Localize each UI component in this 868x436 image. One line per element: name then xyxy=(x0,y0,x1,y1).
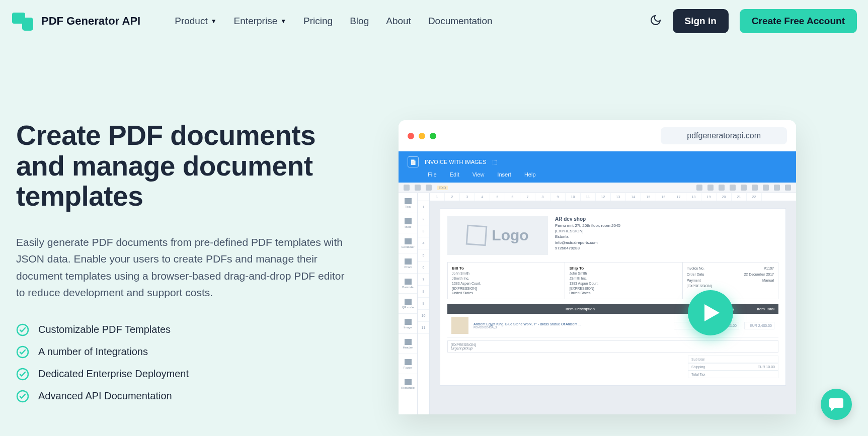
tool-image[interactable]: Image xyxy=(399,314,417,334)
browser-chrome: pdfgeneratorapi.com xyxy=(399,120,796,151)
tool-text[interactable]: Text xyxy=(399,193,417,213)
feature-label: A number of Integrations xyxy=(38,346,148,358)
nav-docs[interactable]: Documentation xyxy=(428,16,493,27)
toolbar-badge: EXD xyxy=(437,186,448,190)
template-page: Logo AR dev shop Parnu mnt 27l, 20th flo… xyxy=(440,208,786,386)
company-info: AR dev shop Parnu mnt 27l, 20th floor, r… xyxy=(555,216,620,255)
invoice-meta: Invoice No.#1107 Order Date22 December 2… xyxy=(683,263,778,299)
toolbar-icon[interactable] xyxy=(719,185,725,191)
rectangle-icon xyxy=(405,379,412,385)
row-number: 7 xyxy=(418,274,429,286)
feature-item: Advanced API Documentation xyxy=(16,390,368,403)
feature-label: Dedicated Enterprise Deployment xyxy=(38,368,189,380)
moon-icon xyxy=(650,14,662,26)
hero-title: Create PDF documents and manage document… xyxy=(16,120,368,212)
menu-help[interactable]: Help xyxy=(524,171,536,178)
row-number: 5 xyxy=(418,249,429,261)
check-circle-icon xyxy=(16,323,29,336)
hero-section: Create PDF documents and manage document… xyxy=(0,42,868,414)
nav-product[interactable]: Product ▼ xyxy=(175,16,216,27)
minimize-window-icon xyxy=(419,133,425,139)
tool-header[interactable]: Header xyxy=(399,334,417,354)
billing-section: Bill To John Smith JSmith Inc. 1383 Aspe… xyxy=(447,262,778,299)
tool-barcode[interactable]: Barcode xyxy=(399,274,417,294)
chevron-down-icon: ▼ xyxy=(280,18,286,25)
header-icon xyxy=(405,339,412,345)
signin-button[interactable]: Sign in xyxy=(673,9,729,33)
toolbar-icon[interactable] xyxy=(415,185,421,191)
cube-icon xyxy=(466,225,488,246)
play-icon xyxy=(704,304,720,321)
toolbar-icon[interactable] xyxy=(426,185,432,191)
item-thumbnail xyxy=(451,317,468,334)
container-icon xyxy=(405,238,412,244)
barcode-icon xyxy=(405,279,412,285)
close-window-icon xyxy=(408,133,414,139)
nav-enterprise-label: Enterprise xyxy=(234,16,278,27)
text-icon xyxy=(405,198,412,204)
menu-edit[interactable]: Edit xyxy=(450,171,459,178)
menu-bar: File Edit View Insert Help xyxy=(428,171,787,178)
product-screenshot: pdfgeneratorapi.com 📄 INVOICE WITH IMAGE… xyxy=(399,120,796,414)
menu-file[interactable]: File xyxy=(428,171,437,178)
toolbar-icon[interactable] xyxy=(696,185,702,191)
bill-to: Bill To John Smith JSmith Inc. 1383 Aspe… xyxy=(448,263,565,299)
hero-description: Easily generate PDF documents from pre-d… xyxy=(16,234,348,301)
footer-icon xyxy=(405,359,412,365)
toolbar-icon[interactable] xyxy=(741,185,747,191)
toolbar-icon[interactable] xyxy=(707,185,714,191)
nav-blog[interactable]: Blog xyxy=(350,16,369,27)
browser-window: pdfgeneratorapi.com 📄 INVOICE WITH IMAGE… xyxy=(399,120,796,414)
main-nav: Product ▼ Enterprise ▼ Pricing Blog Abou… xyxy=(175,16,492,27)
brand-wrap[interactable]: PDF Generator API xyxy=(11,11,140,32)
chat-button[interactable] xyxy=(821,389,852,420)
menu-insert[interactable]: Insert xyxy=(497,171,511,178)
header-right: Sign in Create Free Account xyxy=(650,9,857,33)
theme-toggle[interactable] xyxy=(650,14,662,28)
tool-palette: Text Table Container Chart Barcode QR co… xyxy=(399,193,418,414)
doc-status-icon: ⬚ xyxy=(492,159,497,165)
nav-pricing[interactable]: Pricing xyxy=(303,16,333,27)
document-title: INVOICE WITH IMAGES xyxy=(425,159,486,165)
tool-rectangle[interactable]: Rectangle xyxy=(399,374,417,394)
nav-enterprise[interactable]: Enterprise ▼ xyxy=(234,16,287,27)
toolbar-icon[interactable] xyxy=(785,185,791,191)
check-circle-icon xyxy=(16,345,29,359)
feature-list: Customizable PDF Templates A number of I… xyxy=(16,323,368,403)
tool-chart[interactable]: Chart xyxy=(399,253,417,274)
row-number: 6 xyxy=(418,261,429,274)
horizontal-ruler: 12345678910111213141516171819202122 xyxy=(430,193,796,201)
traffic-lights xyxy=(408,133,436,139)
tool-table[interactable]: Table xyxy=(399,213,417,233)
feature-label: Advanced API Documentation xyxy=(38,390,172,402)
menu-view[interactable]: View xyxy=(472,171,485,178)
nav-about[interactable]: About xyxy=(386,16,411,27)
editor-toolbar: EXD xyxy=(399,183,796,193)
toolbar-icon[interactable] xyxy=(763,185,769,191)
image-icon xyxy=(405,319,412,325)
create-account-button[interactable]: Create Free Account xyxy=(740,9,857,33)
tool-qrcode[interactable]: QR code xyxy=(399,294,417,314)
toolbar-icon[interactable] xyxy=(752,185,758,191)
totals: Subtotal ShippingEUR 10.00 Total Tax xyxy=(688,356,778,378)
check-circle-icon xyxy=(16,390,29,403)
item-sku: FBM2802043A_3 xyxy=(474,326,674,329)
tool-footer[interactable]: Footer xyxy=(399,354,417,374)
check-circle-icon xyxy=(16,368,29,381)
toolbar-icon[interactable] xyxy=(404,185,410,191)
feature-label: Customizable PDF Templates xyxy=(38,324,171,335)
tool-container[interactable]: Container xyxy=(399,233,417,253)
logo-icon xyxy=(11,11,34,32)
item-total: EUR 2,400.00 xyxy=(744,322,774,329)
play-video-button[interactable] xyxy=(688,290,733,335)
brand-name: PDF Generator API xyxy=(41,15,140,28)
address-bar: pdfgeneratorapi.com xyxy=(661,127,787,144)
row-gutter: 1 2 3 4 5 6 7 8 9 10 11 xyxy=(418,193,430,414)
editor-canvas[interactable]: 12345678910111213141516171819202122 Logo… xyxy=(430,193,796,414)
row-number: 3 xyxy=(418,225,429,237)
row-number: 1 xyxy=(418,201,429,213)
toolbar-icon[interactable] xyxy=(730,185,736,191)
toolbar-icon[interactable] xyxy=(774,185,780,191)
document-icon: 📄 xyxy=(408,156,419,167)
nav-product-label: Product xyxy=(175,16,207,27)
